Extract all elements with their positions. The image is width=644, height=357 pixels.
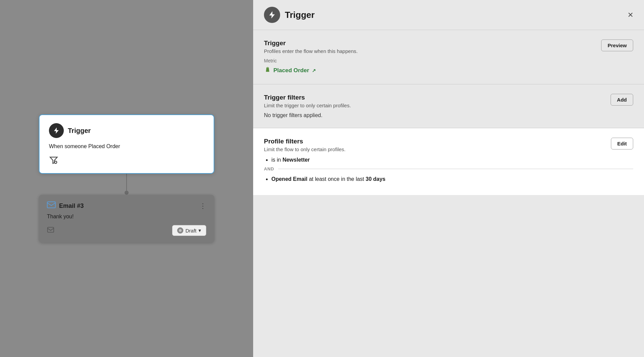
- and-divider: AND: [264, 166, 633, 171]
- email-card-body: Thank you!: [47, 214, 206, 220]
- envelope-icon: [47, 201, 56, 208]
- trigger-section-header: Trigger Profiles enter the flow when thi…: [264, 39, 633, 54]
- draft-circle-icon: [177, 227, 183, 234]
- draft-icon: [177, 227, 183, 234]
- panel-header: Trigger ×: [253, 0, 644, 30]
- no-filters-text: No trigger filters applied.: [264, 112, 633, 118]
- trigger-filters-title: Trigger filters: [264, 94, 351, 101]
- lightning-icon: [53, 127, 60, 134]
- panel-lightning-icon: [268, 10, 276, 19]
- add-filter-button[interactable]: Add: [611, 94, 633, 106]
- shopify-icon: [264, 66, 271, 75]
- canvas-area: Trigger When someone Placed Order: [0, 0, 253, 357]
- trigger-filters-text: Trigger filters Limit the trigger to onl…: [264, 94, 351, 108]
- email-card-header: Email #3 ⋮: [47, 201, 206, 210]
- filter-1-text: is in Newsletter: [271, 157, 310, 163]
- metric-text: Placed Order: [273, 67, 309, 74]
- draft-label: Draft: [185, 228, 196, 234]
- preview-button[interactable]: Preview: [601, 39, 633, 51]
- canvas-content: Trigger When someone Placed Order: [39, 114, 214, 243]
- and-label: AND: [264, 166, 274, 171]
- email-card-footer: Draft ▾: [47, 225, 206, 236]
- shopify-bag-icon: [264, 66, 271, 73]
- trigger-card-subtitle: When someone Placed Order: [49, 143, 204, 149]
- filter-1-bold: Newsletter: [283, 157, 310, 163]
- profile-filters-section: Profile filters Limit the flow to only c…: [253, 128, 644, 195]
- connector-dot: [125, 191, 129, 195]
- email-card-name: Email #3: [59, 202, 84, 210]
- profile-filters-header: Profile filters Limit the flow to only c…: [264, 138, 633, 152]
- trigger-filters-section: Trigger filters Limit the trigger to onl…: [253, 84, 644, 128]
- trigger-filters-subtitle: Limit the trigger to only certain profil…: [264, 103, 351, 108]
- profile-filters-title: Profile filters: [264, 138, 346, 145]
- connector-line: [126, 174, 127, 191]
- trigger-card-title: Trigger: [68, 127, 91, 135]
- panel-content: Trigger Profiles enter the flow when thi…: [253, 30, 644, 357]
- panel-title: Trigger: [285, 10, 315, 20]
- trigger-filter-icon: [49, 156, 204, 165]
- filter-list: is in Newsletter: [264, 157, 633, 163]
- filter-2-bold-days: 30 days: [366, 176, 385, 182]
- panel-header-icon: [264, 7, 280, 23]
- profile-filters-text: Profile filters Limit the flow to only c…: [264, 138, 346, 152]
- email-card-left: Email #3: [47, 201, 84, 210]
- more-options-icon[interactable]: ⋮: [199, 202, 206, 210]
- email-envelope-icon: [47, 201, 56, 210]
- svg-rect-1: [47, 202, 55, 208]
- filter-list-2: Opened Email at least once in the last 3…: [264, 176, 633, 182]
- trigger-section: Trigger Profiles enter the flow when thi…: [253, 30, 644, 84]
- trigger-filters-header: Trigger filters Limit the trigger to onl…: [264, 94, 633, 108]
- trigger-section-title: Trigger: [264, 39, 358, 47]
- filter-item-1: is in Newsletter: [271, 157, 633, 163]
- metric-label: Metric: [264, 58, 633, 63]
- draft-chevron-icon: ▾: [198, 227, 201, 234]
- metric-value: Placed Order ↗: [264, 66, 633, 75]
- svg-rect-2: [48, 227, 54, 232]
- profile-filters-subtitle: Limit the flow to only certain profiles.: [264, 146, 346, 152]
- draft-button[interactable]: Draft ▾: [172, 225, 206, 236]
- email-send-icon: [47, 226, 54, 235]
- filter-item-2: Opened Email at least once in the last 3…: [271, 176, 633, 182]
- filter-2-text: Opened Email at least once in the last 3…: [271, 176, 385, 182]
- edit-button[interactable]: Edit: [611, 138, 633, 149]
- right-panel: Trigger × Trigger Profiles enter the flo…: [253, 0, 644, 357]
- svg-point-4: [179, 229, 182, 232]
- trigger-card[interactable]: Trigger When someone Placed Order: [39, 114, 214, 174]
- svg-point-0: [54, 161, 57, 163]
- trigger-section-subtitle: Profiles enter the flow when this happen…: [264, 48, 358, 54]
- email-card[interactable]: Email #3 ⋮ Thank you!: [39, 195, 214, 243]
- trigger-card-header: Trigger: [49, 123, 204, 138]
- send-icon: [47, 226, 54, 234]
- filter-2-bold-email: Opened Email: [271, 176, 307, 182]
- external-link-icon[interactable]: ↗: [312, 68, 316, 73]
- trigger-section-text: Trigger Profiles enter the flow when thi…: [264, 39, 358, 54]
- filter-person-icon: [49, 156, 58, 165]
- trigger-icon-circle: [49, 123, 64, 138]
- panel-header-left: Trigger: [264, 7, 315, 23]
- close-button[interactable]: ×: [628, 10, 633, 20]
